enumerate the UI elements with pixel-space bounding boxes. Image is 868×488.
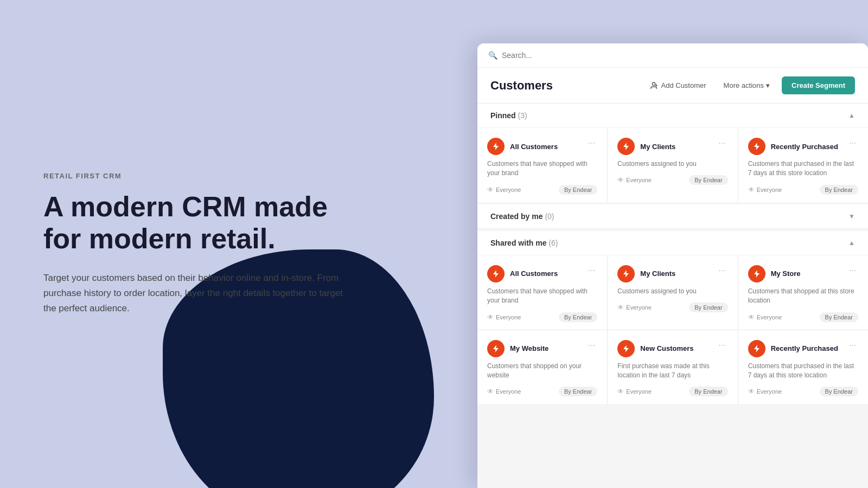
card-top: My Store ··· (748, 265, 858, 282)
visibility-label: Everyone (626, 177, 651, 183)
card-desc: Customers that shopped on your website (487, 362, 597, 381)
card-name: Recently Purchased (771, 143, 838, 151)
visibility-label: Everyone (496, 388, 521, 395)
card-footer: 👁 Everyone By Endear (748, 387, 858, 396)
segment-icon (748, 265, 765, 282)
segment-icon (617, 265, 635, 282)
visibility-label: Everyone (496, 314, 521, 320)
card-top: Recently Purchased ··· (748, 138, 858, 155)
card-name: All Customers (510, 143, 558, 151)
card-more-button[interactable]: ··· (847, 265, 858, 276)
card-desc: Customers assigned to you (617, 159, 727, 169)
lightning-icon (752, 344, 761, 353)
segment-card[interactable]: All Customers ··· Customers that have sh… (477, 128, 607, 202)
card-more-button[interactable]: ··· (586, 340, 597, 351)
card-top: New Customers ··· (617, 340, 727, 357)
card-icon-title: My Clients (617, 265, 675, 282)
card-author: By Endear (559, 312, 597, 322)
card-visibility: 👁 Everyone (748, 186, 782, 194)
svg-point-0 (652, 82, 655, 85)
card-visibility: 👁 Everyone (617, 304, 651, 311)
section-title: Created by me (0) (490, 212, 554, 221)
segment-icon (748, 138, 765, 155)
eye-icon: 👁 (748, 388, 755, 395)
section-header-pinned[interactable]: Pinned (3) ▲ (477, 104, 868, 128)
card-icon-title: All Customers (487, 265, 558, 282)
card-author: By Endear (820, 312, 858, 322)
card-icon-title: My Website (487, 340, 548, 357)
card-visibility: 👁 Everyone (487, 186, 521, 194)
search-input[interactable] (502, 51, 857, 60)
card-visibility: 👁 Everyone (487, 313, 521, 321)
eye-icon: 👁 (487, 388, 494, 395)
card-visibility: 👁 Everyone (617, 176, 651, 184)
card-name: My Website (510, 344, 548, 352)
card-visibility: 👁 Everyone (617, 388, 651, 395)
segment-card[interactable]: My Clients ··· Customers assigned to you… (608, 255, 737, 330)
card-name: My Clients (640, 143, 675, 151)
card-icon-title: All Customers (487, 138, 558, 155)
chevron-up-icon: ▲ (848, 112, 855, 119)
chevron-down-icon: ▾ (766, 81, 770, 89)
card-more-button[interactable]: ··· (847, 138, 858, 149)
chevron-up-icon: ▲ (848, 239, 855, 247)
visibility-label: Everyone (757, 187, 782, 193)
add-customer-button[interactable]: Add Customer (644, 78, 712, 93)
segment-icon (487, 265, 505, 282)
card-more-button[interactable]: ··· (847, 340, 858, 351)
card-footer: 👁 Everyone By Endear (617, 387, 727, 396)
subtext: Target your customers based on their beh… (43, 271, 347, 316)
lightning-icon (622, 142, 630, 151)
card-more-button[interactable]: ··· (586, 138, 597, 149)
visibility-label: Everyone (757, 314, 782, 320)
crm-panel: 🔍 Customers Add Customer More actions ▾ … (477, 43, 868, 488)
card-author: By Endear (689, 303, 727, 312)
card-more-button[interactable]: ··· (716, 138, 727, 149)
create-segment-button[interactable]: Create Segment (782, 76, 855, 94)
header-actions: Add Customer More actions ▾ Create Segme… (644, 76, 856, 94)
lightning-icon (752, 269, 761, 278)
card-author: By Endear (689, 175, 727, 185)
eye-icon: 👁 (487, 313, 494, 321)
section-header-shared-with-me[interactable]: Shared with me (6) ▲ (477, 231, 868, 255)
cards-grid-pinned: All Customers ··· Customers that have sh… (477, 128, 868, 202)
card-name: All Customers (510, 269, 558, 278)
more-actions-button[interactable]: More actions ▾ (718, 78, 775, 93)
segment-card[interactable]: Recently Purchased ··· Customers that pu… (738, 128, 868, 202)
card-more-button[interactable]: ··· (586, 265, 597, 276)
segment-card[interactable]: My Website ··· Customers that shopped on… (477, 330, 607, 404)
left-content: RETAIL FIRST CRM A modern CRM made for m… (43, 172, 358, 317)
segment-card[interactable]: Recently Purchased ··· Customers that pu… (738, 330, 868, 404)
segment-card[interactable]: My Store ··· Customers that shopped at t… (738, 255, 868, 330)
card-author: By Endear (689, 387, 727, 396)
card-footer: 👁 Everyone By Endear (617, 175, 727, 185)
card-footer: 👁 Everyone By Endear (487, 387, 597, 396)
card-icon-title: My Clients (617, 138, 675, 155)
crm-header: Customers Add Customer More actions ▾ Cr… (477, 68, 868, 104)
section-count: (0) (545, 212, 554, 221)
chevron-down-icon: ▼ (848, 213, 855, 220)
section-count: (6) (548, 239, 558, 247)
segment-card[interactable]: All Customers ··· Customers that have sh… (477, 255, 607, 330)
segment-icon (617, 138, 635, 155)
card-name: Recently Purchased (771, 344, 838, 352)
card-name: My Store (771, 269, 801, 278)
card-top: All Customers ··· (487, 138, 597, 155)
section-title: Shared with me (6) (490, 239, 558, 247)
card-more-button[interactable]: ··· (716, 340, 727, 351)
card-top: My Website ··· (487, 340, 597, 357)
card-desc: Customers that have shopped with your br… (487, 159, 597, 178)
person-add-icon (649, 81, 658, 90)
lightning-icon (752, 142, 761, 151)
content-area: Pinned (3) ▲ All Customers ··· Customers… (477, 104, 868, 488)
card-author: By Endear (820, 387, 858, 396)
section-count: (3) (518, 111, 527, 120)
segment-icon (748, 340, 765, 357)
card-icon-title: Recently Purchased (748, 340, 838, 357)
segment-card[interactable]: New Customers ··· First purchase was mad… (608, 330, 737, 404)
segment-icon (617, 340, 635, 357)
search-icon: 🔍 (488, 51, 497, 60)
segment-card[interactable]: My Clients ··· Customers assigned to you… (608, 128, 737, 202)
card-more-button[interactable]: ··· (716, 265, 727, 276)
section-header-created-by-me[interactable]: Created by me (0) ▼ (477, 204, 868, 229)
